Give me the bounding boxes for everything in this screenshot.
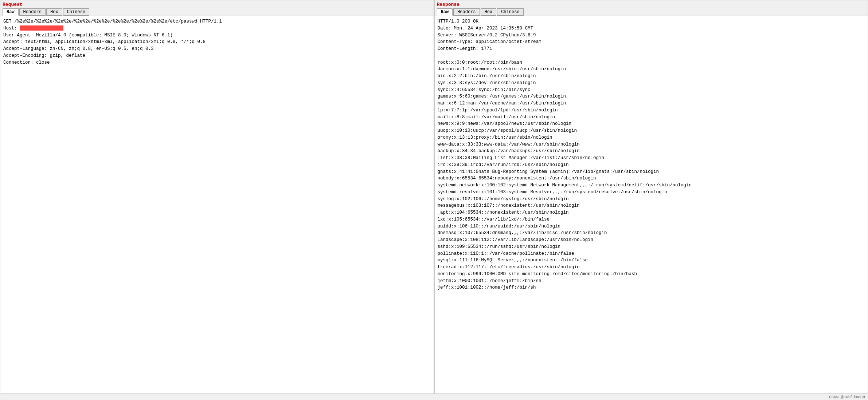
host-value <box>20 25 63 31</box>
footer: CSDN @sublime88 <box>0 394 868 400</box>
response-title: Response <box>437 2 866 7</box>
request-line1: GET /%2e%2e/%2e%2e/%2e%2e/%2e%2e/%2e%2e/… <box>3 19 222 24</box>
request-accept-enc: Accept-Encoding: gzip, deflate <box>3 53 85 58</box>
request-tab-headers[interactable]: Headers <box>19 8 46 16</box>
response-panel: Response Raw Headers Hex Chinese HTTP/1.… <box>434 0 868 394</box>
footer-text: CSDN @sublime88 <box>829 395 865 399</box>
request-title: Request <box>3 2 431 7</box>
response-tab-headers[interactable]: Headers <box>453 8 480 16</box>
response-tab-chinese[interactable]: Chinese <box>497 8 523 16</box>
request-useragent: User-Agent: Mozilla/4.0 (compatible; MSI… <box>3 33 173 38</box>
response-tab-hex[interactable]: Hex <box>481 8 497 16</box>
request-content: GET /%2e%2e/%2e%2e/%2e%2e/%2e%2e/%2e%2e/… <box>0 16 434 393</box>
request-accept: Accept: text/html, application/xhtml+xml… <box>3 39 206 44</box>
request-accept-lang: Accept-Language: zh-CN, zh;q=0.8, en-US;… <box>3 46 154 51</box>
response-tabs: Raw Headers Hex Chinese <box>437 8 866 16</box>
main-container: Request Raw Headers Hex Chinese GET /%2e… <box>0 0 868 394</box>
request-connection: Connection: close <box>3 60 50 65</box>
request-tab-chinese[interactable]: Chinese <box>63 8 89 16</box>
response-tab-raw[interactable]: Raw <box>437 8 453 16</box>
request-header: Request Raw Headers Hex Chinese <box>0 0 434 16</box>
request-tab-hex[interactable]: Hex <box>46 8 62 16</box>
response-header: Response Raw Headers Hex Chinese <box>435 0 868 16</box>
response-content: HTTP/1.0 200 OK Date: Mon, 24 Apr 2023 1… <box>435 16 868 393</box>
request-panel: Request Raw Headers Hex Chinese GET /%2e… <box>0 0 434 394</box>
request-host-line: Host: <box>3 26 63 31</box>
request-tab-raw[interactable]: Raw <box>3 8 19 16</box>
request-tabs: Raw Headers Hex Chinese <box>3 8 431 16</box>
